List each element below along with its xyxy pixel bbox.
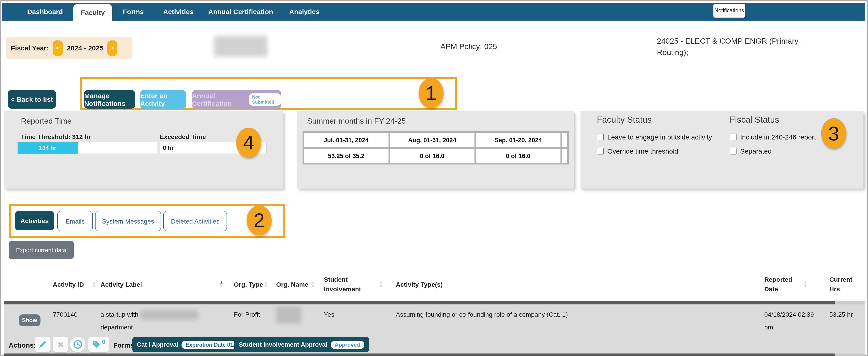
sort-asc-icon[interactable]: ▲▼ (219, 280, 223, 288)
edit-activity-button[interactable] (35, 337, 51, 352)
nav-dashboard[interactable]: Dashboard (22, 3, 68, 21)
summer-months-title: Summer months in FY 24-25 (307, 117, 406, 126)
col-header-reported-date[interactable]: Reported Date ▲▼ (764, 268, 807, 301)
nav-forms[interactable]: Forms (118, 3, 148, 21)
leave-outside-activity-checkbox[interactable] (597, 134, 604, 140)
exceeded-time-label: Exceeded Time (160, 133, 206, 140)
summer-val-partial (562, 149, 567, 163)
override-threshold-checkbox[interactable] (597, 148, 604, 154)
cell-reported-date: 04/18/2024 02:39 pm (764, 308, 823, 333)
table-bottom-divider-end (835, 354, 865, 356)
col-header-activity-label-label: Activity Label (100, 280, 142, 289)
history-button[interactable] (70, 337, 86, 352)
time-threshold-label: Time Threshold: 312 hr (21, 133, 91, 140)
col-header-current-hrs-label: Current Hrs (829, 275, 859, 294)
fiscal-year-prev-button[interactable]: < (53, 40, 63, 56)
col-header-org-name[interactable]: Org. Name ▲▼ (276, 268, 315, 301)
fiscal-year-label: Fiscal Year: (11, 44, 49, 52)
actions-label: Actions: (9, 339, 36, 352)
subtab-emails[interactable]: Emails (57, 211, 93, 231)
subtab-activities[interactable]: Activities (15, 211, 54, 230)
delete-activity-button[interactable] (53, 337, 68, 352)
separated-label: Separated (740, 147, 772, 155)
table-bottom-divider (4, 354, 835, 356)
col-header-activity-types-label: Activity Type(s) (396, 280, 443, 289)
reported-time-progressbar: 134 hr (17, 142, 157, 154)
summer-col-aug: Aug. 01-31, 2024 (390, 133, 474, 147)
x-icon (56, 340, 65, 349)
subtab-deleted-activities[interactable]: Deleted Activities (163, 211, 227, 231)
sort-icon[interactable]: ▲▼ (379, 280, 383, 288)
table-top-divider (4, 301, 835, 305)
col-header-org-type-label: Org. Type (234, 280, 263, 289)
cell-activity-types: Assuming founding or co-founding role of… (396, 308, 751, 321)
include-report-checkbox[interactable] (730, 134, 737, 140)
sort-icon[interactable]: ▲▼ (264, 280, 268, 288)
callout-4: 4 (236, 128, 261, 158)
tag-count: 0 (102, 338, 105, 345)
col-header-activity-id-label: Activity ID (53, 280, 84, 289)
separated-checkbox[interactable] (730, 148, 737, 154)
col-header-org-type[interactable]: Org. Type ▲▼ (234, 268, 268, 301)
nav-faculty-active-tab[interactable]: Faculty (73, 4, 112, 23)
export-data-button[interactable]: Export current data (9, 241, 74, 259)
annual-certification-button[interactable]: Annual Certification Not Submitted (192, 90, 281, 109)
subtab-system-messages[interactable]: System Messages (95, 211, 161, 231)
col-header-activity-label[interactable]: Activity Label ▲▼ (100, 268, 223, 301)
not-submitted-badge: Not Submitted (249, 93, 281, 106)
summer-col-partial (562, 133, 567, 147)
manage-notifications-button[interactable]: Manage Notifications (84, 90, 135, 109)
callout-1: 1 (418, 78, 443, 108)
tags-button[interactable]: 0 (88, 337, 109, 352)
redacted-label-text (140, 311, 198, 320)
cat1-approval-name: Cat I Approval (137, 341, 178, 348)
callout-2: 2 (247, 205, 272, 235)
faculty-status-option-2: Override time threshold (597, 147, 678, 155)
col-header-student-involvement[interactable]: Student Involvement ▲▼ (324, 268, 383, 301)
back-to-list-button[interactable]: < Back to list (8, 90, 56, 109)
table-top-divider-end (835, 301, 865, 305)
redacted-org-name (276, 306, 301, 323)
col-header-current-hrs[interactable]: Current Hrs (829, 268, 859, 301)
cell-student-involvement: Yes (324, 308, 334, 321)
notifications-button[interactable]: Notifications (713, 4, 745, 18)
activity-label-prefix: a startup with (100, 311, 138, 318)
fiscal-status-title: Fiscal Status (730, 115, 779, 125)
sort-icon[interactable]: ▲▼ (92, 280, 96, 288)
fiscal-year-next-button[interactable]: > (107, 40, 117, 56)
enter-activity-button[interactable]: Enter an Activity (140, 90, 186, 109)
fiscal-year-value: 2024 - 2025 (67, 44, 103, 52)
callout-3: 3 (821, 118, 846, 149)
department-text: 24025 - ELECT & COMP ENGR (Primary, Rout… (657, 35, 810, 58)
student-involvement-form-pill[interactable]: Student Involvement Approval Approved (234, 337, 369, 352)
col-header-activity-types[interactable]: Activity Type(s) (396, 268, 455, 301)
sort-icon[interactable]: ▲▼ (803, 280, 807, 288)
fiscal-status-option-2: Separated (730, 147, 772, 155)
summer-months-card: Summer months in FY 24-25 Jul. 01-31, 20… (297, 111, 574, 188)
col-header-reported-date-label: Reported Date (764, 275, 803, 294)
cell-current-hrs: 53.25 hr (829, 308, 853, 321)
nav-analytics[interactable]: Analytics (286, 3, 323, 21)
cell-activity-id: 7700140 (53, 308, 78, 321)
leave-outside-activity-label: Leave to engage in outside activity (607, 133, 712, 141)
summer-col-jul: Jul. 01-31, 2024 (304, 133, 389, 147)
col-header-org-name-label: Org. Name (276, 280, 308, 289)
col-header-activity-id[interactable]: Activity ID ▲▼ (53, 268, 96, 301)
clock-icon (73, 340, 83, 349)
header-divider (2, 66, 865, 66)
redacted-faculty-name (214, 36, 268, 57)
fiscal-status-option-1: Include in 240-246 report (730, 133, 816, 141)
reported-time-progress-value: 134 hr (18, 142, 78, 153)
nav-annual-certification[interactable]: Annual Certification (208, 3, 274, 21)
summer-val-sep: 0 of 16.0 (476, 149, 560, 163)
nav-activities[interactable]: Activities (156, 3, 200, 21)
include-report-label: Include in 240-246 report (740, 133, 816, 141)
student-involvement-form-name: Student Involvement Approval (239, 341, 327, 348)
reported-time-title: Reported Time (21, 117, 72, 126)
show-row-button[interactable]: Show (19, 314, 40, 326)
app-page: Dashboard Faculty Forms Activities Annua… (0, 0, 868, 356)
sort-icon[interactable]: ▲▼ (311, 280, 315, 288)
tag-icon (92, 340, 101, 349)
apm-policy-text: APM Policy: 025 (440, 42, 497, 51)
pencil-icon (38, 340, 47, 349)
